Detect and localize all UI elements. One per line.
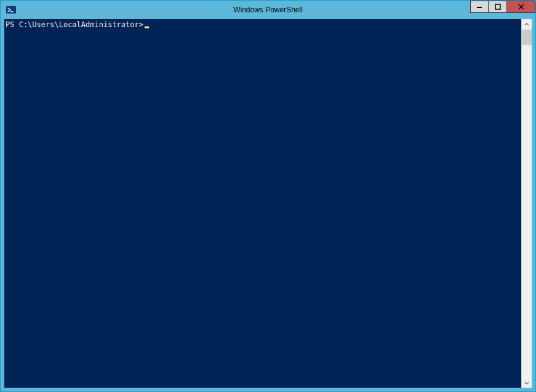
chevron-down-icon — [524, 380, 529, 385]
console-output[interactable]: PS C:\Users\LocalAdministrator> — [4, 19, 521, 388]
content-area: PS C:\Users\LocalAdministrator> — [4, 19, 532, 388]
close-button[interactable] — [507, 1, 535, 13]
close-icon — [518, 4, 524, 10]
scroll-up-button[interactable] — [522, 19, 532, 30]
powershell-window: Windows PowerShell PS C:\Users\LocalAdmi… — [0, 0, 536, 392]
powershell-icon — [6, 4, 17, 15]
scroll-track[interactable] — [522, 30, 532, 377]
maximize-button[interactable] — [489, 1, 507, 13]
prompt: PS C:\Users\LocalAdministrator> — [6, 20, 143, 29]
svg-rect-2 — [495, 4, 500, 9]
vertical-scrollbar[interactable] — [521, 19, 532, 388]
minimize-button[interactable] — [470, 1, 489, 13]
minimize-icon — [476, 4, 482, 10]
svg-rect-1 — [477, 7, 482, 8]
maximize-icon — [495, 4, 501, 10]
chevron-up-icon — [524, 22, 529, 27]
window-controls — [470, 1, 535, 13]
svg-rect-0 — [6, 6, 16, 14]
window-title: Windows PowerShell — [1, 6, 535, 14]
titlebar[interactable]: Windows PowerShell — [1, 1, 535, 19]
scroll-down-button[interactable] — [522, 377, 532, 388]
scroll-thumb[interactable] — [522, 30, 532, 45]
cursor — [145, 26, 149, 28]
